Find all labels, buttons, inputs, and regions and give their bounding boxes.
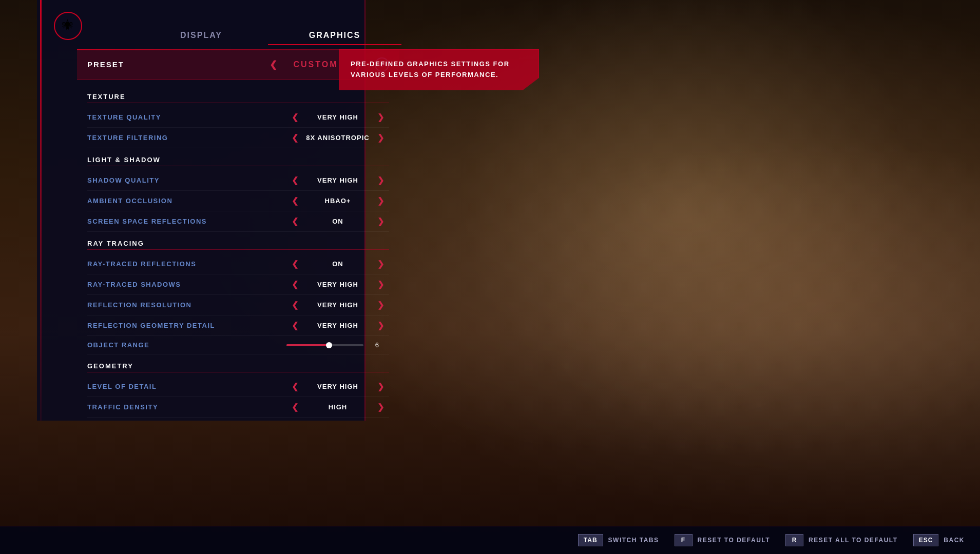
setting-controls: ❮VERY HIGH❯ [286, 321, 389, 330]
key-badge[interactable]: F [675, 534, 693, 546]
slider-fill [286, 344, 329, 346]
setting-label: SCREEN SPACE REFLECTIONS [87, 217, 286, 225]
setting-prev-button[interactable]: ❮ [292, 402, 298, 412]
key-badge[interactable]: R [785, 534, 803, 546]
setting-row-shadow-quality: SHADOW QUALITY❮VERY HIGH❯ [87, 170, 389, 191]
setting-value: VERY HIGH [304, 281, 371, 288]
setting-label: LEVEL OF DETAIL [87, 383, 286, 390]
setting-controls: ❮VERY HIGH❯ [286, 280, 389, 289]
setting-row-ray-traced-shadows: RAY-TRACED SHADOWS❮VERY HIGH❯ [87, 274, 389, 295]
setting-prev-button[interactable]: ❮ [292, 382, 298, 391]
setting-value: VERY HIGH [304, 176, 371, 184]
slider-container: 6 [286, 341, 389, 349]
setting-value: VERY HIGH [304, 322, 371, 329]
setting-controls: ❮VERY HIGH❯ [286, 175, 389, 185]
setting-label: TEXTURE QUALITY [87, 113, 286, 121]
setting-label: AMBIENT OCCLUSION [87, 197, 286, 205]
preset-label: PRESET [87, 60, 180, 69]
setting-controls: ❮VERY HIGH❯ [286, 112, 389, 122]
setting-value: VERY HIGH [304, 113, 371, 121]
setting-next-button[interactable]: ❯ [377, 196, 384, 206]
tooltip-box: PRE-DEFINED GRAPHICS SETTINGS FOR VARIOU… [339, 49, 539, 90]
logo-area: 🕷 [37, 10, 99, 41]
setting-next-button[interactable]: ❯ [377, 300, 384, 310]
tab-graphics[interactable]: GRAPHICS [268, 27, 401, 45]
setting-value: HBAO+ [304, 197, 371, 205]
setting-row-texture-quality: TEXTURE QUALITY❮VERY HIGH❯ [87, 107, 389, 128]
setting-next-button[interactable]: ❯ [377, 112, 384, 122]
setting-controls: ❮8X ANISOTROPIC❯ [286, 133, 389, 143]
action-label: SWITCH TABS [608, 537, 659, 544]
setting-row-ambient-occlusion: AMBIENT OCCLUSION❮HBAO+❯ [87, 191, 389, 211]
setting-label: REFLECTION GEOMETRY DETAIL [87, 322, 286, 329]
section-header-texture: TEXTURE [87, 93, 389, 103]
setting-next-button[interactable]: ❯ [377, 175, 384, 185]
action-label: RESET ALL TO DEFAULT [809, 537, 898, 544]
setting-controls: ❮HBAO+❯ [286, 196, 389, 206]
spider-logo: 🕷 [54, 12, 82, 40]
setting-row-ray-traced-reflections: RAY-TRACED REFLECTIONS❮ON❯ [87, 254, 389, 274]
setting-controls: ❮VERY HIGH❯ [286, 382, 389, 391]
key-badge[interactable]: ESC [913, 534, 939, 546]
setting-next-button[interactable]: ❯ [377, 133, 384, 143]
setting-row-reflection-resolution: REFLECTION RESOLUTION❮VERY HIGH❯ [87, 295, 389, 315]
setting-prev-button[interactable]: ❮ [292, 196, 298, 206]
spider-icon: 🕷 [62, 19, 73, 32]
settings-panel: 🕷 DISPLAY GRAPHICS PRESET ❮ CUSTOM ❯ ↺ T… [37, 0, 366, 421]
bottom-action-tab: TABSWITCH TABS [578, 534, 659, 546]
action-label: RESET TO DEFAULT [698, 537, 771, 544]
slider-track[interactable] [286, 344, 363, 346]
setting-row-level-of-detail: LEVEL OF DETAIL❮VERY HIGH❯ [87, 377, 389, 397]
preset-prev-button[interactable]: ❮ [270, 59, 277, 70]
setting-label: REFLECTION RESOLUTION [87, 301, 286, 309]
setting-value: HIGH [304, 403, 371, 411]
setting-value: ON [304, 217, 371, 225]
setting-value: VERY HIGH [304, 301, 371, 309]
setting-prev-button[interactable]: ❮ [292, 216, 298, 226]
setting-row-traffic-density: TRAFFIC DENSITY❮HIGH❯ [87, 397, 389, 418]
setting-value: 8X ANISOTROPIC [304, 134, 371, 142]
tab-header: DISPLAY GRAPHICS [134, 23, 401, 49]
tab-display[interactable]: DISPLAY [134, 27, 268, 45]
settings-content: TEXTURETEXTURE QUALITY❮VERY HIGH❯TEXTURE… [77, 80, 399, 421]
setting-controls: ❮ON❯ [286, 216, 389, 226]
setting-next-button[interactable]: ❯ [377, 402, 384, 412]
section-header-ray-tracing: RAY TRACING [87, 240, 389, 250]
setting-next-button[interactable]: ❯ [377, 280, 384, 289]
setting-controls: ❮VERY HIGH❯ [286, 300, 389, 310]
setting-row-crowd-density: CROWD DENSITY❮HIGH❯ [87, 418, 389, 421]
section-header-geometry: GEOMETRY [87, 362, 389, 372]
setting-prev-button[interactable]: ❮ [292, 300, 298, 310]
bottom-bar: TABSWITCH TABSFRESET TO DEFAULTRRESET AL… [0, 526, 980, 554]
action-label: BACK [944, 537, 965, 544]
slider-thumb[interactable] [326, 342, 332, 348]
setting-row-screen-space-reflections: SCREEN SPACE REFLECTIONS❮ON❯ [87, 211, 389, 232]
setting-next-button[interactable]: ❯ [377, 382, 384, 391]
setting-prev-button[interactable]: ❮ [292, 133, 298, 143]
setting-next-button[interactable]: ❯ [377, 216, 384, 226]
left-accent-line [40, 0, 42, 421]
setting-label: RAY-TRACED REFLECTIONS [87, 260, 286, 268]
setting-label: TEXTURE FILTERING [87, 134, 286, 142]
setting-row-reflection-geometry-detail: REFLECTION GEOMETRY DETAIL❮VERY HIGH❯ [87, 315, 389, 336]
slider-value: 6 [369, 341, 379, 349]
setting-value: VERY HIGH [304, 383, 371, 390]
preset-value: CUSTOM [285, 60, 347, 69]
tooltip-text: PRE-DEFINED GRAPHICS SETTINGS FOR VARIOU… [351, 59, 527, 81]
setting-row-object-range: OBJECT RANGE6 [87, 336, 389, 354]
setting-next-button[interactable]: ❯ [377, 259, 384, 269]
setting-row-texture-filtering: TEXTURE FILTERING❮8X ANISOTROPIC❯ [87, 128, 389, 148]
setting-prev-button[interactable]: ❮ [292, 112, 298, 122]
bottom-action-f: FRESET TO DEFAULT [675, 534, 771, 546]
setting-prev-button[interactable]: ❮ [292, 175, 298, 185]
setting-label: OBJECT RANGE [87, 341, 286, 349]
key-badge[interactable]: TAB [578, 534, 603, 546]
setting-next-button[interactable]: ❯ [377, 321, 384, 330]
setting-prev-button[interactable]: ❮ [292, 259, 298, 269]
setting-prev-button[interactable]: ❮ [292, 321, 298, 330]
setting-controls: ❮ON❯ [286, 259, 389, 269]
bottom-action-r: RRESET ALL TO DEFAULT [785, 534, 898, 546]
setting-label: TRAFFIC DENSITY [87, 403, 286, 411]
setting-prev-button[interactable]: ❮ [292, 280, 298, 289]
bottom-action-esc: ESCBACK [913, 534, 965, 546]
